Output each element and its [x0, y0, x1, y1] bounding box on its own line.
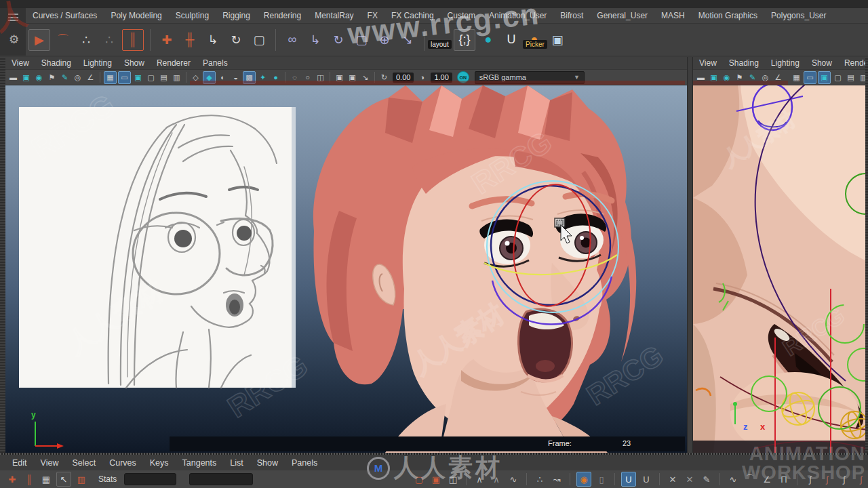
stats-value-field[interactable] [189, 473, 254, 485]
vp2-menu-item-lighting[interactable]: Lighting [765, 58, 806, 68]
menu-item-curves-surfaces[interactable]: Curves / Surfaces [26, 9, 104, 22]
image-plane-pen-icon[interactable]: ✎ [59, 72, 71, 83]
menu-item-polygons-user[interactable]: Polygons_User [764, 9, 833, 22]
snap-magnet-icon[interactable]: U [621, 472, 636, 487]
textured-mode-icon[interactable]: ◒ [230, 72, 241, 83]
contrast-field[interactable]: 1.00 [431, 73, 452, 83]
wireframe-mode-icon[interactable]: ◇ [190, 72, 201, 83]
normalized-view-icon[interactable]: ◫ [446, 472, 460, 486]
measure-icon[interactable]: ∠ [85, 72, 96, 83]
film-gate-icon[interactable]: ▭ [804, 71, 816, 84]
vp-menu-item-show[interactable]: Show [118, 58, 151, 68]
color-management-on-toggle[interactable]: ON [457, 71, 469, 83]
menu-item-mash[interactable]: MASH [654, 9, 692, 22]
absolute-view-icon[interactable]: ▢ [412, 472, 426, 486]
bookmark-icon[interactable]: ⚑ [734, 72, 745, 83]
gate-mask-icon[interactable]: ▢ [145, 72, 157, 83]
hik-character-icon[interactable]: ● [478, 30, 498, 50]
vp2-menu-item-renderer[interactable]: Renderer [838, 58, 868, 68]
clamped-tangent-icon[interactable]: ⌒ [743, 472, 757, 486]
paste-view-icon[interactable]: ▣ [347, 72, 358, 83]
ge-menu-item-select[interactable]: Select [65, 457, 102, 469]
xray-joints-icon[interactable]: ○ [302, 72, 313, 83]
measure-icon[interactable]: ∠ [772, 72, 784, 83]
pre-infinity-cycle-icon[interactable]: ∴ [533, 472, 547, 486]
menu-item-general-user[interactable]: General_User [590, 9, 654, 22]
shadows-toggle-icon[interactable]: ● [270, 72, 281, 83]
gate-mask-icon[interactable]: ▢ [832, 72, 844, 83]
field-chart-icon[interactable]: ▤ [158, 72, 170, 83]
menu-item-motion-graphics[interactable]: Motion Graphics [692, 9, 764, 22]
grid-toggle-icon[interactable]: ▦ [104, 71, 117, 84]
retime-tool-icon[interactable]: ▥ [75, 472, 88, 486]
lattice-deform-keys-icon[interactable]: ▦ [39, 472, 53, 486]
parent-constraint-icon[interactable]: ↻ [328, 30, 349, 50]
field-chart-icon[interactable]: ▤ [845, 72, 856, 83]
frame-playback-icon[interactable]: ∧ [490, 472, 503, 486]
menu-item-animation-user[interactable]: Animation_User [482, 9, 553, 22]
post-infinity-cycle-icon[interactable]: ↝ [550, 472, 564, 486]
menu-item-mentalray[interactable]: MentalRay [308, 9, 360, 22]
set-key-icon[interactable]: ✚ [157, 30, 177, 50]
linear-tangent-icon[interactable]: ∠ [760, 472, 774, 486]
snap-magnet-icon[interactable]: U [501, 30, 521, 50]
insert-curve-3-icon[interactable]: ∫ [837, 472, 851, 486]
exposure-field[interactable]: 0.00 [393, 73, 414, 83]
select-camera-icon[interactable]: ▬ [7, 72, 19, 83]
exposure-icon[interactable]: ↻ [378, 72, 390, 83]
buffer-curve-icon[interactable]: ║ [122, 29, 144, 51]
menu-item-rendering[interactable]: Rendering [257, 9, 308, 22]
playblast-icon[interactable]: ▶ [28, 29, 50, 51]
menu-item-fx-caching[interactable]: FX Caching [384, 9, 441, 22]
lights-toggle-icon[interactable]: ✦ [257, 72, 269, 83]
vp2-menu-item-shading[interactable]: Shading [723, 58, 765, 68]
frame-all-icon[interactable]: ∧ [473, 472, 486, 486]
view-transform-dropdown[interactable]: sRGB gamma ▼ [475, 71, 585, 84]
menu-item-rigging[interactable]: Rigging [216, 9, 257, 22]
stacked-view-icon[interactable]: ▣ [429, 472, 443, 486]
menu-item-bifrost[interactable]: Bifrost [553, 9, 590, 22]
isolate-select-icon[interactable]: ◫ [315, 72, 326, 83]
resolution-gate-icon[interactable]: ▣ [818, 71, 831, 84]
fit-resize-icon[interactable]: ↘ [359, 72, 371, 83]
move-key-icon[interactable]: ↳ [203, 30, 223, 50]
vp-menu-item-shading[interactable]: Shading [35, 58, 77, 68]
aim-constraint-icon[interactable]: ⊕ [374, 30, 395, 50]
dim-channel-icon[interactable]: ▯ [595, 472, 608, 486]
snap-value-icon[interactable]: U [639, 472, 653, 486]
viewport-splitter[interactable] [687, 57, 693, 453]
bounding-box-mode-icon[interactable]: ◐ [217, 72, 229, 83]
scale-key-icon[interactable]: ▢ [249, 30, 269, 50]
insert-keys-tool-icon[interactable]: ✚ [5, 472, 19, 486]
copy-view-icon[interactable]: ▣ [334, 72, 345, 83]
ge-menu-item-keys[interactable]: Keys [143, 457, 176, 469]
step-tangent-icon[interactable]: Π [777, 472, 791, 486]
safe-action-icon[interactable]: ▥ [171, 72, 182, 83]
free-tangent-weight-icon[interactable]: ✎ [700, 472, 713, 486]
vp-menu-item-lighting[interactable]: Lighting [77, 58, 118, 68]
point-constraint-icon[interactable]: ∞ [282, 30, 302, 50]
auto-tangent-icon[interactable]: ◉ [576, 472, 591, 487]
unify-tangents-icon[interactable]: ✕ [683, 472, 696, 486]
vp2-menu-item-show[interactable]: Show [806, 58, 838, 68]
ge-menu-item-edit[interactable]: Edit [5, 457, 34, 469]
bookmark-icon[interactable]: ⚑ [46, 72, 58, 83]
vp-menu-item-view[interactable]: View [5, 58, 35, 68]
pole-vector-constraint-icon[interactable]: ↘ [397, 30, 418, 50]
viewport-canvas[interactable]: Frame: 23 y [5, 85, 687, 453]
lock-camera-icon[interactable]: ▣ [708, 72, 719, 83]
buffer-curve-snapshot-icon[interactable]: ║ [22, 472, 36, 486]
curve-smoothness-icon[interactable]: ∿ [507, 472, 520, 486]
ge-menu-item-list[interactable]: List [223, 457, 250, 469]
ge-menu-item-panels[interactable]: Panels [285, 457, 324, 469]
vp2-menu-item-view[interactable]: View [693, 58, 723, 68]
expression-editor-icon[interactable]: {;} [454, 29, 475, 51]
menu-hamburger-icon[interactable] [8, 14, 18, 21]
vp-menu-item-renderer[interactable]: Renderer [151, 58, 197, 68]
insert-curve-4-icon[interactable]: ∫ [854, 472, 868, 486]
ge-menu-item-curves[interactable]: Curves [102, 457, 143, 469]
menu-item-sculpting[interactable]: Sculpting [169, 9, 216, 22]
viewport-canvas[interactable]: z x [693, 85, 868, 453]
break-tangents-icon[interactable]: ✕ [666, 472, 679, 486]
vp-menu-item-panels[interactable]: Panels [197, 58, 234, 68]
